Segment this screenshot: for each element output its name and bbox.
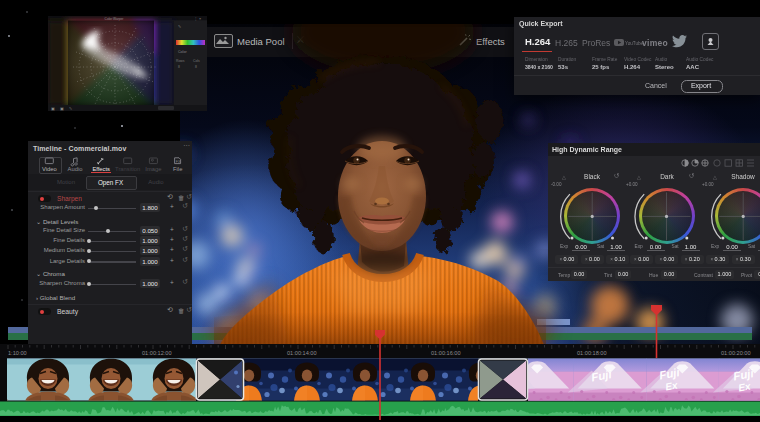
svg-text:01:00:20:00: 01:00:20:00 bbox=[721, 350, 751, 356]
svg-text:✎: ✎ bbox=[178, 24, 181, 29]
svg-text:▣: ▣ bbox=[51, 106, 55, 111]
svg-text:Color Warper: Color Warper bbox=[105, 17, 125, 21]
svg-text:Color: Color bbox=[178, 50, 187, 54]
svg-text:01:00:14:00: 01:00:14:00 bbox=[287, 350, 317, 356]
svg-text:FX: FX bbox=[176, 160, 181, 164]
svg-text:⋮: ⋮ bbox=[194, 17, 198, 21]
svg-text:Ex: Ex bbox=[737, 380, 751, 393]
svg-text:×: × bbox=[199, 17, 201, 21]
svg-text:8: 8 bbox=[195, 65, 197, 69]
svg-text:01:00:12:00: 01:00:12:00 bbox=[142, 350, 172, 356]
svg-text:Rows: Rows bbox=[176, 59, 185, 63]
svg-text:1:10:00: 1:10:00 bbox=[8, 350, 27, 356]
svg-text:Cols: Cols bbox=[193, 59, 200, 63]
svg-text:▣: ▣ bbox=[60, 106, 64, 111]
svg-text:YouTube: YouTube bbox=[625, 41, 643, 46]
svg-text:8: 8 bbox=[178, 65, 180, 69]
svg-text:✎: ✎ bbox=[69, 106, 72, 111]
